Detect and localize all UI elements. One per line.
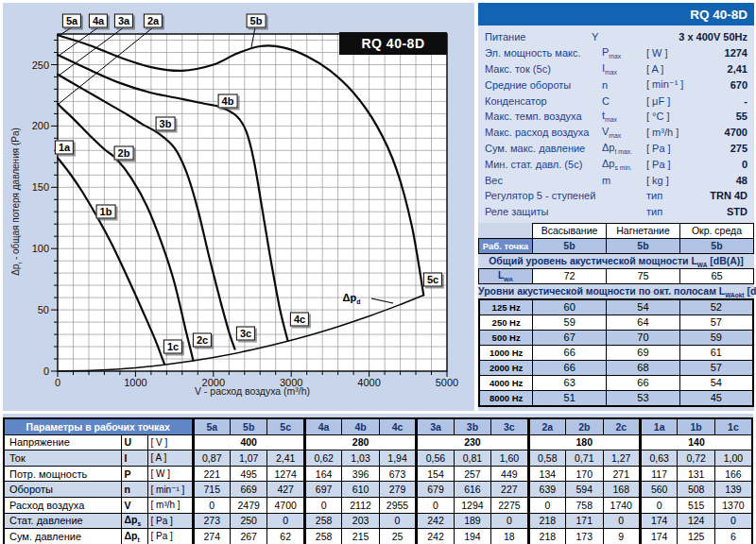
octave-band-value: 51 bbox=[533, 390, 607, 406]
op-value: 267 bbox=[230, 529, 266, 544]
op-value: 0 bbox=[603, 513, 640, 529]
op-value: 203 bbox=[342, 513, 379, 529]
svg-text:100: 100 bbox=[32, 243, 49, 254]
spec-row: Средние оборотыn[ min⁻¹ ]670 bbox=[485, 76, 749, 93]
spec-label: Вес bbox=[485, 175, 602, 186]
spec-value: 3 x 400V 50Hz bbox=[679, 31, 749, 42]
op-voltage-value: 140 bbox=[640, 434, 752, 450]
symbol-subscript: max bbox=[605, 69, 617, 76]
octave-band-value: 57 bbox=[679, 360, 753, 375]
spec-unit: [ kg ] bbox=[646, 175, 697, 186]
op-row-symbol: I bbox=[121, 450, 147, 467]
octave-band-value: 53 bbox=[607, 390, 680, 406]
op-value: 154 bbox=[417, 466, 454, 482]
spec-row: Регулятор 5 - ступенейтипTRN 4D bbox=[485, 188, 749, 204]
octave-band-value: 68 bbox=[607, 360, 680, 375]
op-row-unit: [ A ] bbox=[147, 450, 193, 467]
op-voltage-value: 280 bbox=[304, 434, 416, 450]
spec-value: 2,41 bbox=[697, 63, 749, 75]
lwa-value: 75 bbox=[607, 268, 680, 283]
op-value: 0,71 bbox=[566, 450, 603, 467]
op-value: 258 bbox=[304, 513, 341, 529]
spec-label: Макс. темп. воздуха bbox=[485, 110, 602, 122]
symbol-subscript: max bbox=[609, 132, 621, 139]
op-row-label: Стат. давление bbox=[4, 513, 121, 529]
spec-row: Макс. ток (5с)Imax[ A ]2,41 bbox=[485, 61, 749, 77]
spec-label: Макс. расход воздуха bbox=[485, 127, 602, 138]
octave-band-value: 66 bbox=[607, 375, 680, 390]
octave-band-value: 54 bbox=[607, 299, 680, 315]
octave-band-table: 125 Hz605452250 Hz596457500 Hz6770591000… bbox=[478, 298, 754, 407]
op-value: 0 bbox=[714, 513, 752, 529]
op-value: 25 bbox=[379, 529, 416, 544]
op-value: 1,60 bbox=[491, 450, 528, 467]
op-value: 616 bbox=[454, 482, 490, 498]
op-value: 168 bbox=[603, 482, 640, 498]
octave-band-label: 8000 Hz bbox=[479, 390, 533, 406]
octave-band-label: 250 Hz bbox=[479, 314, 533, 330]
operating-point-value: 5b bbox=[680, 238, 754, 253]
symbol-subscript: t bbox=[137, 536, 139, 543]
spec-symbol: Vmax bbox=[602, 126, 646, 139]
spec-row: КонденсаторC[ μF ]- bbox=[485, 93, 749, 109]
op-value: 0,56 bbox=[417, 450, 454, 467]
title-text: Уровни акустической мощности по окт. пол… bbox=[478, 285, 725, 297]
octave-row: 125 Hz605452 bbox=[479, 299, 753, 315]
op-point-header-1c: 1c bbox=[714, 418, 752, 434]
octave-band-value: 59 bbox=[679, 330, 753, 345]
operating-point-row: Раб. точка5b5b5b bbox=[479, 238, 754, 253]
op-point-header-4a: 4a bbox=[304, 418, 341, 434]
op-value: 1370 bbox=[714, 497, 752, 513]
spec-value: 0 bbox=[697, 159, 749, 170]
spec-label: Конденсатор bbox=[485, 95, 602, 107]
op-value: 0,87 bbox=[193, 450, 230, 467]
op-value: 560 bbox=[640, 482, 677, 498]
op-value: 173 bbox=[566, 529, 603, 544]
op-value: 2275 bbox=[491, 497, 528, 513]
op-row-symbol: U bbox=[121, 434, 147, 450]
op-row-label: Расход воздуха bbox=[4, 497, 121, 513]
op-value: 0 bbox=[528, 497, 565, 513]
op-value: 18 bbox=[491, 529, 528, 544]
lwa-value: 72 bbox=[533, 268, 607, 283]
spec-label: Макс. ток (5с) bbox=[485, 63, 602, 75]
spec-symbol: n bbox=[602, 79, 646, 91]
op-value: 0,58 bbox=[528, 450, 565, 467]
octave-row: 1000 Hz666961 bbox=[479, 345, 753, 360]
op-value: 117 bbox=[640, 466, 677, 482]
op-row: Оборотыn[ min⁻¹ ]71566942769761027967961… bbox=[4, 482, 752, 498]
octave-row: 8000 Hz515345 bbox=[479, 390, 753, 406]
acoustic-header-row: ВсасываниеНагнетаниеОкр. среда bbox=[479, 223, 754, 238]
spec-row: Мин. стат. давл. (5с)Δps min.[ Pa ]0 bbox=[485, 156, 749, 172]
octave-row: 250 Hz596457 bbox=[479, 314, 753, 330]
op-value: 6 bbox=[714, 529, 752, 544]
octave-band-value: 52 bbox=[679, 299, 753, 315]
spec-unit: [ A ] bbox=[646, 63, 697, 75]
spec-label: Реле защиты bbox=[485, 206, 602, 217]
svg-text:250: 250 bbox=[32, 60, 49, 71]
op-row-unit: [ m³/h ] bbox=[147, 497, 193, 513]
fan-datasheet-page: { "product": "RQ 40-8D", "chart_data": {… bbox=[0, 0, 756, 544]
chart-product-badge: RQ 40-8D bbox=[339, 32, 447, 55]
spec-symbol: Δps min. bbox=[602, 158, 646, 171]
spec-value: 1274 bbox=[697, 47, 749, 59]
op-row: ТокI[ A ]0,871,072,410,621,031,940,560,8… bbox=[4, 450, 752, 467]
octave-band-value: 57 bbox=[679, 314, 753, 330]
spec-value: 670 bbox=[697, 79, 749, 91]
op-value: 639 bbox=[528, 482, 565, 498]
op-value: 0 bbox=[267, 513, 304, 529]
spec-value: 55 bbox=[697, 110, 749, 122]
op-value: 1,03 bbox=[342, 450, 379, 467]
op-value: 242 bbox=[417, 529, 454, 544]
spec-value: 48 bbox=[697, 175, 749, 186]
op-value: 495 bbox=[230, 466, 266, 482]
op-value: 124 bbox=[678, 513, 714, 529]
spec-row: Макс. темп. воздухаtmax[ °C ]55 bbox=[485, 109, 749, 125]
spec-row: Весm[ kg ]48 bbox=[485, 172, 749, 188]
op-value: 166 bbox=[714, 466, 752, 482]
octave-band-value: 70 bbox=[607, 330, 680, 345]
title-units: [dB(A)] bbox=[745, 285, 756, 297]
spec-table: ПитаниеY3 x 400V 50HzЭл. мощность макс.P… bbox=[478, 26, 754, 223]
svg-text:150: 150 bbox=[32, 181, 49, 193]
octave-band-value: 66 bbox=[533, 360, 607, 375]
